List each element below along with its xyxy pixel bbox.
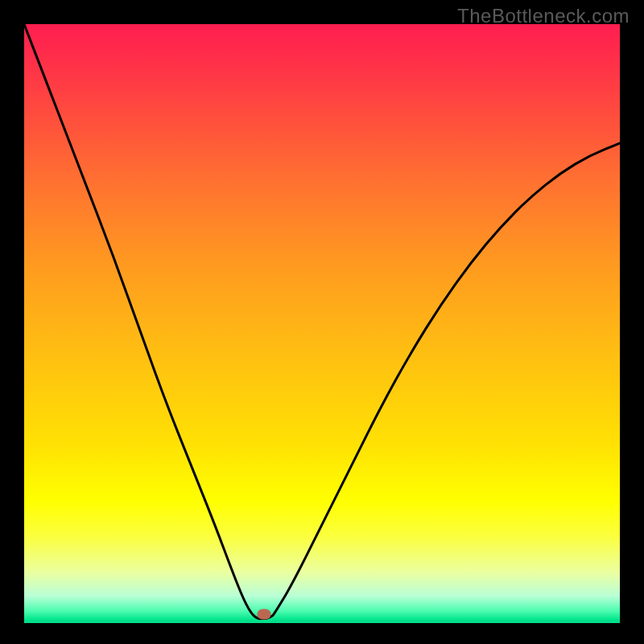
minimum-marker	[258, 609, 271, 620]
plot-baseline-strip	[24, 620, 620, 623]
bottleneck-curve	[24, 24, 620, 620]
chart-container: TheBottleneck.com	[0, 0, 644, 644]
watermark-text: TheBottleneck.com	[457, 5, 630, 27]
